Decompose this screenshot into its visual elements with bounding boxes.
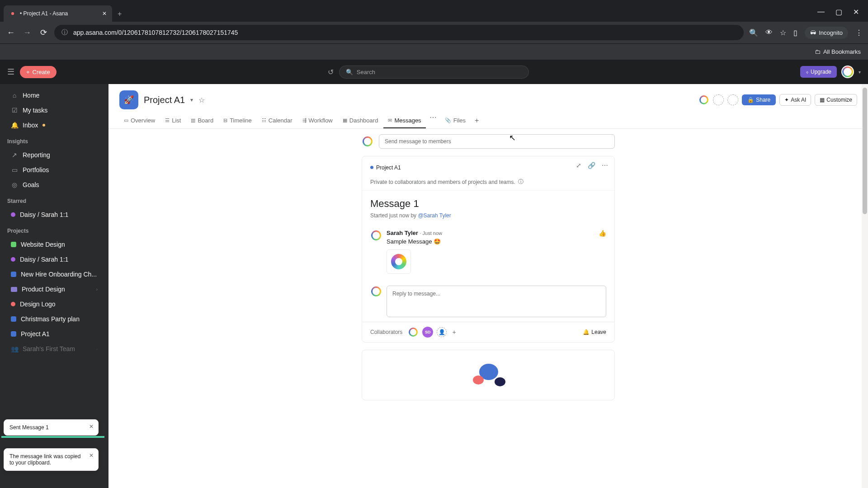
upgrade-button[interactable]: ⬨ Upgrade <box>800 66 837 78</box>
sidebar-item-my-tasks[interactable]: ☑ My tasks <box>4 103 105 117</box>
sidebar-item-starred-project[interactable]: Daisy / Sarah 1:1 <box>4 207 105 222</box>
share-button[interactable]: 🔒 Share <box>742 94 776 105</box>
close-window-icon[interactable]: ✕ <box>853 8 859 16</box>
sidebar-item-project[interactable]: Website Design <box>4 237 105 252</box>
sidebar-item-project[interactable]: Daisy / Sarah 1:1 <box>4 252 105 267</box>
sidebar-item-reporting[interactable]: ↗ Reporting <box>4 148 105 162</box>
sidebar-item-inbox[interactable]: 🔔 Inbox <box>4 118 105 132</box>
incognito-badge[interactable]: 🕶 Incognito <box>805 27 848 39</box>
compose-input[interactable]: Send message to members <box>379 134 615 149</box>
project-title[interactable]: Project A1 <box>144 95 185 105</box>
sidebar-label: Daisy / Sarah 1:1 <box>20 256 68 263</box>
lock-icon: 🔒 <box>747 97 754 103</box>
search-icon[interactable]: 🔍 <box>749 28 758 37</box>
upgrade-label: Upgrade <box>811 69 831 75</box>
star-icon[interactable]: ☆ <box>198 96 205 104</box>
chat-bubbles-illustration <box>470 364 506 386</box>
add-tab-icon[interactable]: + <box>471 113 482 128</box>
scrollbar-thumb[interactable] <box>863 88 867 214</box>
collaborator-avatar[interactable]: SD <box>422 327 433 338</box>
project-header: 🚀 Project A1 ▾ ☆ 🔒 Share ✦ <box>108 84 868 129</box>
sidebar-item-project[interactable]: Christmas Party plan <box>4 312 105 326</box>
sidebar-item-team[interactable]: 👥 Sarah's First Team › <box>4 342 105 356</box>
tab-messages[interactable]: ✉Messages <box>383 113 425 128</box>
browser-menu-icon[interactable]: ⋮ <box>855 28 863 37</box>
visibility-off-icon[interactable]: 👁 <box>765 28 773 37</box>
tab-more-icon[interactable]: ⋯ <box>427 113 439 128</box>
expand-icon[interactable]: ⤢ <box>576 162 581 169</box>
member-placeholder[interactable] <box>727 94 738 105</box>
customize-button[interactable]: ▦ Customize <box>815 94 857 106</box>
help-icon[interactable]: ⓘ <box>518 178 524 186</box>
tab-workflow[interactable]: ⇶Workflow <box>298 113 337 128</box>
tab-board[interactable]: ▥Board <box>186 113 218 128</box>
user-avatar[interactable] <box>841 66 854 78</box>
close-tab-icon[interactable]: ✕ <box>102 10 107 17</box>
bookmark-star-icon[interactable]: ☆ <box>780 28 786 37</box>
tab-calendar[interactable]: ☷Calendar <box>257 113 297 128</box>
add-collaborator-button[interactable]: + <box>452 328 456 336</box>
close-icon[interactable]: ✕ <box>89 423 94 430</box>
maximize-icon[interactable]: ▢ <box>835 8 842 16</box>
more-icon[interactable]: ⋯ <box>602 162 608 169</box>
search-input[interactable]: 🔍 Search <box>339 66 529 79</box>
project-chip[interactable]: Project A1 <box>370 164 401 171</box>
tab-files[interactable]: 📎Files <box>440 113 470 128</box>
message-card-header: Project A1 ⤢ 🔗 ⋯ Private to collaborator… <box>362 156 614 191</box>
author-avatar[interactable] <box>370 230 382 241</box>
add-collaborator-placeholder[interactable]: 👤 <box>437 327 447 337</box>
tab-dashboard[interactable]: ▦Dashboard <box>338 113 383 128</box>
message-card-footer: Collaborators SD 👤 + 🔔 Leave <box>362 322 614 342</box>
sidebar-label: Inbox <box>23 122 38 129</box>
sidebar-item-project[interactable]: Project A1 <box>4 327 105 341</box>
new-tab-button[interactable]: + <box>112 6 127 22</box>
author-name[interactable]: Sarah Tyler <box>387 230 418 236</box>
member-avatar[interactable] <box>698 94 709 105</box>
chevron-right-icon[interactable]: › <box>96 347 98 352</box>
sidebar-item-goals[interactable]: ◎ Goals <box>4 178 105 192</box>
toast-accent <box>1 436 104 438</box>
create-button[interactable]: + Create <box>20 66 57 78</box>
projects-heading: Projects <box>0 222 108 237</box>
project-color-icon <box>11 331 16 337</box>
member-placeholder[interactable] <box>713 94 724 105</box>
project-chip-label: Project A1 <box>376 164 401 171</box>
collaborator-avatar[interactable] <box>408 327 419 338</box>
scrollbar[interactable] <box>862 84 868 488</box>
site-info-icon[interactable]: ⓘ <box>61 28 68 37</box>
project-icon[interactable]: 🚀 <box>119 90 138 109</box>
chevron-right-icon[interactable]: › <box>96 287 98 292</box>
ask-ai-button[interactable]: ✦ Ask AI <box>779 94 811 106</box>
sidebar-label: Portfolios <box>23 166 49 174</box>
all-bookmarks-button[interactable]: 🗀 All Bookmarks <box>815 48 861 55</box>
tab-timeline[interactable]: ⊟Timeline <box>219 113 256 128</box>
address-bar[interactable]: ⓘ app.asana.com/0/1206178107812732/12061… <box>54 25 744 40</box>
history-icon[interactable]: ↺ <box>328 68 334 76</box>
hamburger-menu-icon[interactable]: ☰ <box>7 67 14 77</box>
reload-button[interactable]: ⟳ <box>38 28 49 38</box>
copy-link-icon[interactable]: 🔗 <box>588 162 595 169</box>
minimize-icon[interactable]: — <box>817 8 825 16</box>
tab-overview[interactable]: ▭Overview <box>119 113 160 128</box>
reply-input[interactable]: Reply to message... <box>387 286 606 317</box>
reply-section: Reply to message... <box>362 281 614 322</box>
sidebar-item-project-folder[interactable]: Product Design › <box>4 282 105 296</box>
side-panel-icon[interactable]: ▯ <box>793 28 797 37</box>
author-link[interactable]: @Sarah Tyler <box>418 212 451 219</box>
tab-list[interactable]: ☰List <box>160 113 185 128</box>
attachment-thumbnail[interactable] <box>387 249 411 274</box>
project-color-icon <box>11 316 16 322</box>
chevron-down-icon[interactable]: ▾ <box>190 97 193 103</box>
leave-button[interactable]: 🔔 Leave <box>583 329 606 335</box>
sidebar-item-project[interactable]: New Hire Onboarding Ch... <box>4 267 105 282</box>
chevron-down-icon[interactable]: ▾ <box>859 70 861 75</box>
forward-button[interactable]: → <box>22 28 33 38</box>
sidebar-item-portfolios[interactable]: ▭ Portfolios <box>4 163 105 177</box>
sidebar-item-home[interactable]: ⌂ Home <box>4 88 105 103</box>
back-button[interactable]: ← <box>5 28 16 38</box>
project-color-icon <box>11 242 16 247</box>
like-icon[interactable]: 👍 <box>599 230 606 274</box>
sidebar-item-project[interactable]: Design Logo <box>4 297 105 311</box>
browser-tab[interactable]: • Project A1 - Asana ✕ <box>4 5 112 22</box>
close-icon[interactable]: ✕ <box>89 452 94 459</box>
